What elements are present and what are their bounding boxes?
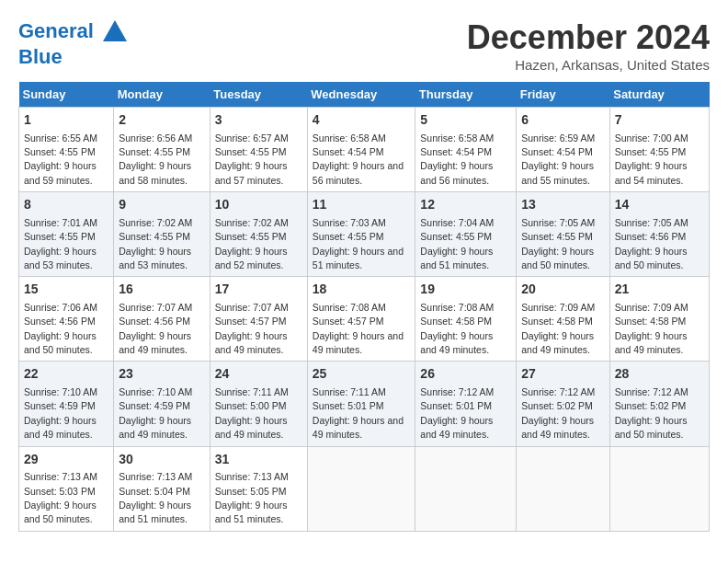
- day-number: 7: [615, 111, 704, 130]
- page-header: General Blue December 2024 Hazen, Arkans…: [18, 18, 710, 73]
- day-info: Sunrise: 6:58 AMSunset: 4:54 PMDaylight:…: [313, 132, 404, 186]
- day-info: Sunrise: 7:03 AMSunset: 4:55 PMDaylight:…: [313, 217, 404, 270]
- day-info: Sunrise: 7:13 AMSunset: 5:05 PMDaylight:…: [215, 471, 289, 524]
- calendar-cell: 16 Sunrise: 7:07 AMSunset: 4:56 PMDaylig…: [114, 277, 210, 362]
- weekday-header: Sunday: [19, 82, 114, 108]
- calendar-cell: 17 Sunrise: 7:07 AMSunset: 4:57 PMDaylig…: [210, 277, 307, 362]
- calendar-cell: 31 Sunrise: 7:13 AMSunset: 5:05 PMDaylig…: [210, 446, 307, 531]
- day-number: 25: [313, 365, 411, 384]
- calendar-cell: 6 Sunrise: 6:59 AMSunset: 4:54 PMDayligh…: [517, 108, 610, 192]
- calendar-cell: 26 Sunrise: 7:12 AMSunset: 5:01 PMDaylig…: [415, 362, 517, 446]
- calendar-cell: 10 Sunrise: 7:02 AMSunset: 4:55 PMDaylig…: [210, 192, 307, 277]
- weekday-header: Friday: [517, 82, 610, 108]
- calendar-cell: 3 Sunrise: 6:57 AMSunset: 4:55 PMDayligh…: [210, 108, 307, 192]
- day-info: Sunrise: 7:05 AMSunset: 4:56 PMDaylight:…: [615, 217, 688, 270]
- day-info: Sunrise: 7:12 AMSunset: 5:01 PMDaylight:…: [420, 386, 494, 440]
- calendar-cell: 24 Sunrise: 7:11 AMSunset: 5:00 PMDaylig…: [210, 362, 307, 446]
- calendar-cell: [609, 446, 709, 531]
- day-number: 18: [313, 281, 411, 299]
- day-number: 5: [420, 111, 511, 130]
- calendar-cell: 20 Sunrise: 7:09 AMSunset: 4:58 PMDaylig…: [517, 277, 610, 362]
- day-number: 20: [521, 281, 605, 299]
- title-block: December 2024 Hazen, Arkansas, United St…: [467, 18, 710, 73]
- day-info: Sunrise: 7:09 AMSunset: 4:58 PMDaylight:…: [521, 302, 595, 355]
- day-number: 16: [119, 281, 205, 299]
- day-info: Sunrise: 7:11 AMSunset: 5:00 PMDaylight:…: [215, 386, 289, 440]
- day-info: Sunrise: 7:08 AMSunset: 4:58 PMDaylight:…: [420, 302, 494, 355]
- calendar-cell: 5 Sunrise: 6:58 AMSunset: 4:54 PMDayligh…: [415, 108, 517, 192]
- calendar-cell: 25 Sunrise: 7:11 AMSunset: 5:01 PMDaylig…: [307, 362, 415, 446]
- calendar-week-row: 29 Sunrise: 7:13 AMSunset: 5:03 PMDaylig…: [19, 446, 710, 531]
- day-info: Sunrise: 6:55 AMSunset: 4:55 PMDaylight:…: [24, 132, 97, 186]
- day-info: Sunrise: 7:04 AMSunset: 4:55 PMDaylight:…: [420, 217, 494, 270]
- day-number: 2: [119, 111, 205, 130]
- day-number: 6: [521, 111, 605, 130]
- calendar-cell: 19 Sunrise: 7:08 AMSunset: 4:58 PMDaylig…: [415, 277, 517, 362]
- calendar-table: SundayMondayTuesdayWednesdayThursdayFrid…: [18, 82, 710, 532]
- day-info: Sunrise: 7:13 AMSunset: 5:04 PMDaylight:…: [119, 471, 192, 524]
- day-info: Sunrise: 6:56 AMSunset: 4:55 PMDaylight:…: [119, 132, 192, 186]
- calendar-week-row: 8 Sunrise: 7:01 AMSunset: 4:55 PMDayligh…: [19, 192, 710, 277]
- day-number: 11: [313, 196, 411, 214]
- calendar-cell: [415, 446, 517, 531]
- day-number: 21: [615, 281, 704, 299]
- day-number: 14: [615, 196, 704, 214]
- calendar-cell: 7 Sunrise: 7:00 AMSunset: 4:55 PMDayligh…: [609, 108, 709, 192]
- weekday-header: Monday: [114, 82, 210, 108]
- day-info: Sunrise: 7:13 AMSunset: 5:03 PMDaylight:…: [24, 471, 97, 524]
- month-title: December 2024: [467, 18, 710, 57]
- calendar-cell: 12 Sunrise: 7:04 AMSunset: 4:55 PMDaylig…: [415, 192, 517, 277]
- day-number: 23: [119, 365, 205, 384]
- calendar-cell: 21 Sunrise: 7:09 AMSunset: 4:58 PMDaylig…: [609, 277, 709, 362]
- day-number: 28: [615, 365, 704, 384]
- calendar-cell: 30 Sunrise: 7:13 AMSunset: 5:04 PMDaylig…: [114, 446, 210, 531]
- weekday-header: Wednesday: [307, 82, 415, 108]
- calendar-cell: 27 Sunrise: 7:12 AMSunset: 5:02 PMDaylig…: [517, 362, 610, 446]
- day-info: Sunrise: 7:00 AMSunset: 4:55 PMDaylight:…: [615, 132, 688, 186]
- calendar-cell: 23 Sunrise: 7:10 AMSunset: 4:59 PMDaylig…: [114, 362, 210, 446]
- logo: General Blue: [18, 18, 129, 68]
- logo-text: General Blue: [18, 18, 129, 68]
- calendar-cell: [307, 446, 415, 531]
- day-number: 9: [119, 196, 205, 214]
- day-info: Sunrise: 7:11 AMSunset: 5:01 PMDaylight:…: [313, 386, 404, 440]
- calendar-cell: 28 Sunrise: 7:12 AMSunset: 5:02 PMDaylig…: [609, 362, 709, 446]
- day-info: Sunrise: 7:09 AMSunset: 4:58 PMDaylight:…: [615, 302, 688, 355]
- day-info: Sunrise: 7:02 AMSunset: 4:55 PMDaylight:…: [119, 217, 192, 270]
- calendar-cell: 13 Sunrise: 7:05 AMSunset: 4:55 PMDaylig…: [517, 192, 610, 277]
- day-number: 13: [521, 196, 605, 214]
- day-number: 19: [420, 281, 511, 299]
- day-info: Sunrise: 7:08 AMSunset: 4:57 PMDaylight:…: [313, 302, 404, 355]
- calendar-cell: 11 Sunrise: 7:03 AMSunset: 4:55 PMDaylig…: [307, 192, 415, 277]
- calendar-cell: 29 Sunrise: 7:13 AMSunset: 5:03 PMDaylig…: [19, 446, 114, 531]
- day-number: 10: [215, 196, 302, 214]
- day-number: 1: [24, 111, 108, 130]
- calendar-cell: 14 Sunrise: 7:05 AMSunset: 4:56 PMDaylig…: [609, 192, 709, 277]
- weekday-header: Tuesday: [210, 82, 307, 108]
- day-number: 12: [420, 196, 511, 214]
- weekday-header: Saturday: [609, 82, 709, 108]
- day-number: 24: [215, 365, 302, 384]
- day-number: 4: [313, 111, 411, 130]
- day-info: Sunrise: 6:57 AMSunset: 4:55 PMDaylight:…: [215, 132, 289, 186]
- day-info: Sunrise: 7:07 AMSunset: 4:57 PMDaylight:…: [215, 302, 289, 355]
- calendar-cell: 15 Sunrise: 7:06 AMSunset: 4:56 PMDaylig…: [19, 277, 114, 362]
- calendar-cell: 9 Sunrise: 7:02 AMSunset: 4:55 PMDayligh…: [114, 192, 210, 277]
- calendar-cell: 4 Sunrise: 6:58 AMSunset: 4:54 PMDayligh…: [307, 108, 415, 192]
- calendar-cell: 1 Sunrise: 6:55 AMSunset: 4:55 PMDayligh…: [19, 108, 114, 192]
- calendar-cell: 22 Sunrise: 7:10 AMSunset: 4:59 PMDaylig…: [19, 362, 114, 446]
- day-info: Sunrise: 7:12 AMSunset: 5:02 PMDaylight:…: [615, 386, 688, 440]
- day-number: 30: [119, 451, 205, 469]
- day-number: 3: [215, 111, 302, 130]
- day-number: 15: [24, 281, 108, 299]
- location: Hazen, Arkansas, United States: [467, 57, 710, 73]
- day-number: 26: [420, 365, 511, 384]
- calendar-week-row: 22 Sunrise: 7:10 AMSunset: 4:59 PMDaylig…: [19, 362, 710, 446]
- day-info: Sunrise: 7:07 AMSunset: 4:56 PMDaylight:…: [119, 302, 192, 355]
- day-number: 8: [24, 196, 108, 214]
- calendar-week-row: 15 Sunrise: 7:06 AMSunset: 4:56 PMDaylig…: [19, 277, 710, 362]
- day-info: Sunrise: 7:10 AMSunset: 4:59 PMDaylight:…: [119, 386, 192, 440]
- calendar-cell: [517, 446, 610, 531]
- calendar-header-row: SundayMondayTuesdayWednesdayThursdayFrid…: [19, 82, 710, 108]
- day-number: 29: [24, 451, 108, 469]
